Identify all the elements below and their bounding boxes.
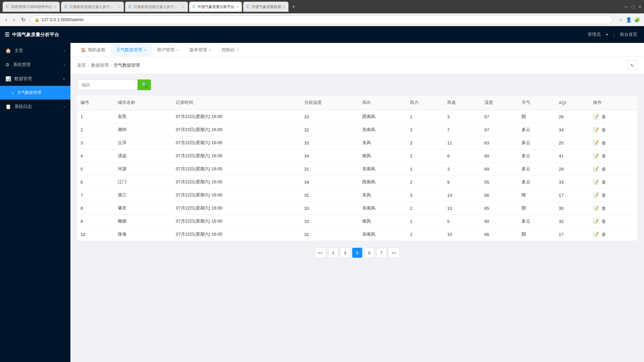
profile-icon[interactable]: 👤	[626, 17, 632, 22]
delete-icon[interactable]: 🗑	[601, 127, 606, 132]
close-tab-2[interactable]: ×	[118, 5, 120, 9]
cell-weather: 阴	[518, 228, 555, 241]
browser-tab-2[interactable]: C 计算机毕业设计超人的个人空间... ×	[61, 2, 124, 12]
delete-icon[interactable]: 🗑	[601, 114, 606, 119]
breadcrumb-data-link[interactable]: 数据管理	[91, 62, 109, 68]
edit-icon[interactable]: 📝	[593, 127, 599, 132]
cell-id: 7	[77, 189, 114, 202]
cell-wind-dir: 东风	[359, 189, 407, 202]
delete-icon[interactable]: 🗑	[601, 179, 606, 185]
cell-wind-force: 2	[407, 228, 444, 241]
cell-wind-force: 2	[407, 149, 444, 163]
sidebar-item-home[interactable]: 🏠 主页 ›	[0, 44, 70, 58]
chevron-down-icon: ∨	[63, 77, 65, 81]
minimize-button[interactable]: ─	[624, 4, 628, 9]
reload-button[interactable]: ↻	[20, 15, 27, 24]
close-weather-tab[interactable]: ×	[144, 48, 146, 52]
edit-icon[interactable]: 📝	[593, 114, 599, 119]
cell-wind-force: 1	[407, 215, 444, 228]
delete-icon[interactable]: 🗑	[601, 205, 606, 211]
delete-icon[interactable]: 🗑	[601, 140, 606, 145]
page-4-button[interactable]: 4	[340, 248, 350, 258]
cell-aqi: 20	[555, 136, 590, 149]
table-row: 8 肇庆 07月22日(星期六) 16:00 33 东南风 2 10 65 阴 …	[77, 202, 637, 215]
refresh-button[interactable]: ↻	[627, 60, 637, 70]
maximize-button[interactable]: □	[632, 4, 634, 9]
delete-icon[interactable]: 🗑	[601, 192, 606, 198]
next-page-button[interactable]: >>	[388, 248, 399, 258]
cell-wind-speed: 3	[444, 163, 481, 176]
tab-dashboard[interactable]: 🏠 我的桌面	[76, 44, 110, 56]
close-tab-4[interactable]: ×	[236, 5, 238, 9]
tab-weather-data[interactable]: 天气数据管理 ×	[111, 44, 151, 56]
dropdown-icon[interactable]: ▾	[606, 33, 608, 37]
edit-icon[interactable]: 📝	[593, 179, 599, 185]
page-6-button[interactable]: 6	[364, 248, 374, 258]
cell-humidity: 66	[481, 228, 518, 241]
cell-wind-dir: 东南风	[359, 228, 407, 241]
cell-wind-dir: 东南风	[359, 163, 407, 176]
tab-control[interactable]: 控制台 ×	[217, 44, 244, 56]
cell-city: 清远	[114, 149, 172, 163]
search-button[interactable]: 🔍	[138, 79, 151, 90]
browser-tab-1[interactable]: C 内容管理-CSDN创作中心 ×	[3, 2, 60, 12]
edit-icon[interactable]: 📝	[593, 166, 599, 172]
delete-icon[interactable]: 🗑	[601, 166, 606, 172]
col-city: 城市名称	[114, 96, 172, 110]
cell-actions: 📝 🗑	[590, 110, 637, 123]
edit-icon[interactable]: 📝	[593, 153, 599, 159]
search-input[interactable]	[77, 79, 138, 90]
cell-aqi: 26	[555, 110, 590, 123]
sidebar-item-weather-data[interactable]: › 天气数据管理	[0, 86, 70, 100]
close-version-tab[interactable]: ×	[209, 48, 211, 52]
home-link[interactable]: 前台首页	[620, 32, 637, 38]
sidebar-item-sys-mgmt[interactable]: ⚙ 系统管理 ›	[0, 58, 70, 72]
edit-icon[interactable]: 📝	[593, 219, 599, 224]
bookmark-star-icon[interactable]: ☆	[619, 17, 623, 22]
col-wind-dir: 风向	[359, 96, 407, 110]
edit-icon[interactable]: 📝	[593, 140, 599, 145]
edit-icon[interactable]: 📝	[593, 232, 599, 237]
search-bar: 🔍	[77, 79, 637, 90]
cell-actions: 📝 🗑	[590, 189, 637, 202]
browser-tab-3[interactable]: C 计算机毕业设计超人的个人空间... ×	[125, 2, 188, 12]
page-3-button[interactable]: 3	[328, 248, 338, 258]
cell-weather: 多云	[518, 176, 555, 189]
close-button[interactable]: ×	[639, 4, 641, 9]
url-input[interactable]: 🔒 127.0.0.1:5000/admin	[30, 15, 613, 24]
page-5-button[interactable]: 5	[352, 248, 362, 258]
cell-humidity: 60	[481, 149, 518, 163]
delete-icon[interactable]: 🗑	[601, 232, 606, 237]
browser-tab-5[interactable]: C 中国气象质量检测 ×	[243, 2, 288, 12]
close-tab-3[interactable]: ×	[182, 5, 184, 9]
cell-weather: 晴	[518, 189, 555, 202]
back-button[interactable]: ‹	[4, 15, 8, 24]
menu-toggle-icon[interactable]: ☰	[5, 32, 9, 38]
delete-icon[interactable]: 🗑	[601, 153, 606, 159]
forward-button[interactable]: ›	[12, 15, 16, 24]
browser-tab-4[interactable]: C 中国气象质量分析平台 ×	[189, 2, 242, 12]
close-tab-1[interactable]: ×	[54, 5, 56, 9]
edit-icon[interactable]: 📝	[593, 205, 599, 211]
close-control-tab[interactable]: ×	[237, 48, 239, 52]
edit-icon[interactable]: 📝	[593, 192, 599, 198]
app-tab-bar: 🏠 我的桌面 天气数据管理 × 用户管理 × 版本管理 × 控制台 ×	[70, 43, 644, 57]
cell-aqi: 30	[555, 202, 590, 215]
delete-icon[interactable]: 🗑	[601, 219, 606, 224]
breadcrumb-home-link[interactable]: 首页	[77, 62, 86, 68]
sidebar-item-data-mgmt[interactable]: 📊 数据管理 ∨	[0, 72, 70, 86]
cell-weather: 阴	[518, 202, 555, 215]
sidebar: ☰ 中国气象质量分析平台 🏠 主页 › ⚙ 系统管理 › 📊 数据管理 ∨	[0, 26, 70, 362]
cell-temp: 31	[301, 189, 359, 202]
prev-page-button[interactable]: <<	[315, 248, 326, 258]
sidebar-logo: ☰ 中国气象质量分析平台	[0, 26, 70, 44]
cell-time: 07月22日(星期六) 16:00	[172, 149, 301, 163]
close-user-tab[interactable]: ×	[176, 48, 178, 52]
page-7-button[interactable]: 7	[376, 248, 386, 258]
tab-version-mgmt[interactable]: 版本管理 ×	[184, 44, 216, 56]
extensions-icon[interactable]: 🧩	[634, 17, 640, 22]
new-tab-button[interactable]: +	[290, 4, 297, 10]
close-tab-5[interactable]: ×	[283, 5, 285, 9]
tab-user-mgmt[interactable]: 用户管理 ×	[152, 44, 183, 56]
sidebar-item-sys-log[interactable]: 📋 系统日志 ›	[0, 100, 70, 114]
